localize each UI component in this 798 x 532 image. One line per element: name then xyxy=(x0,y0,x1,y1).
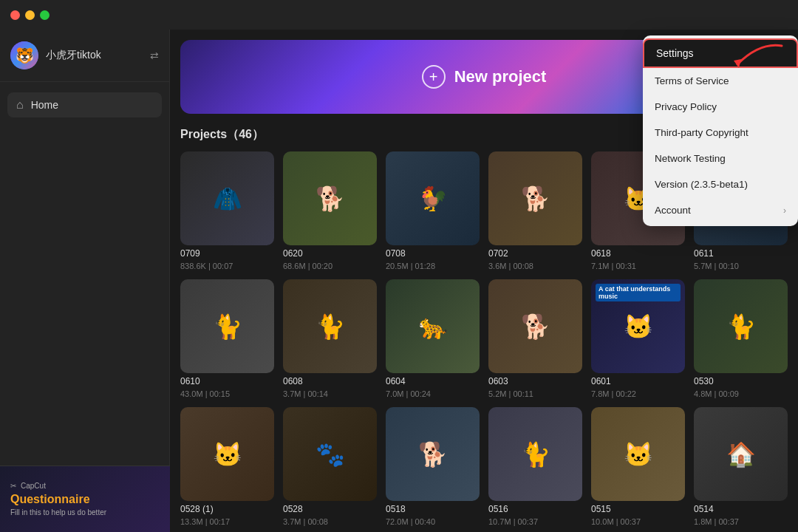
dropdown-item-copyright[interactable]: Third-party Copyright xyxy=(643,120,798,146)
project-name: 0618 xyxy=(591,248,685,259)
project-meta: 838.6K | 00:07 xyxy=(180,262,274,270)
project-meta: 3.6M | 00:08 xyxy=(488,262,582,270)
sidebar-nav: ⌂ Home xyxy=(0,82,169,128)
project-item-0604[interactable]: 🐆 0604 7.0M | 00:24 xyxy=(386,279,480,398)
project-name: 0604 xyxy=(386,376,480,386)
thumbnail-emoji: 🐈 xyxy=(488,407,582,501)
thumbnail-emoji: 🐱 xyxy=(591,407,685,501)
project-meta: 7.0M | 00:24 xyxy=(386,389,480,398)
arrow-indicator xyxy=(730,38,789,78)
project-name: 0518 xyxy=(386,504,480,514)
project-item-0709[interactable]: 🧥 0709 838.6K | 00:07 xyxy=(180,151,274,270)
thumbnail-emoji: 🐕 xyxy=(386,407,480,501)
project-item-0702[interactable]: 🐕 0702 3.6M | 00:08 xyxy=(488,151,582,270)
project-meta: 5.7M | 00:10 xyxy=(694,262,788,270)
project-item-0620[interactable]: 🐕 0620 68.6M | 00:20 xyxy=(283,151,377,270)
dropdown-item-account[interactable]: Account › xyxy=(643,197,798,223)
project-meta: 5.2M | 00:11 xyxy=(488,389,582,398)
avatar-image: 🐯 xyxy=(10,41,38,69)
project-item-0708[interactable]: 🐓 0708 20.5M | 01:28 xyxy=(386,151,480,270)
project-thumbnail: 🐱 xyxy=(180,407,274,501)
project-item-0603[interactable]: 🐕 0603 5.2M | 00:11 xyxy=(488,279,582,398)
project-item-0515[interactable]: 🐱 0515 10.0M | 00:37 xyxy=(591,407,685,526)
project-meta: 72.0M | 00:40 xyxy=(386,517,480,526)
project-meta: 7.8M | 00:22 xyxy=(591,389,685,398)
home-icon: ⌂ xyxy=(16,98,24,112)
project-thumbnail: 🐓 xyxy=(386,151,480,245)
plus-icon: + xyxy=(422,65,446,89)
project-name: 0528 (1) xyxy=(180,504,274,514)
dropdown-item-network[interactable]: Network Testing xyxy=(643,146,798,171)
project-name: 0611 xyxy=(694,248,788,259)
project-thumbnail: 🐆 xyxy=(386,279,480,373)
thumbnail-emoji: 🐕 xyxy=(283,151,377,245)
project-thumbnail: 🐈 xyxy=(488,407,582,501)
project-meta: 43.0M | 00:15 xyxy=(180,389,274,398)
thumbnail-emoji: 🐱 xyxy=(180,407,274,501)
project-meta: 20.5M | 01:28 xyxy=(386,262,480,270)
project-item-0610[interactable]: 🐈 0610 43.0M | 00:15 xyxy=(180,279,274,398)
sidebar-item-home[interactable]: ⌂ Home xyxy=(7,92,162,117)
project-thumbnail: 🐈 xyxy=(283,279,377,373)
questionnaire-card[interactable]: ✂ CapCut Questionnaire Fill in this to h… xyxy=(0,466,170,532)
project-name: 0608 xyxy=(283,376,377,386)
thumbnail-emoji: 🐓 xyxy=(386,151,480,245)
thumbnail-emoji: 🐈 xyxy=(283,279,377,373)
project-meta: 10.0M | 00:37 xyxy=(591,517,685,526)
project-name: 0528 xyxy=(283,504,377,514)
project-thumbnail: 🐈 xyxy=(180,279,274,373)
project-thumbnail: 🐕 xyxy=(283,151,377,245)
switch-account-icon[interactable]: ⇄ xyxy=(150,50,159,61)
avatar: 🐯 xyxy=(10,41,38,69)
brand-name: CapCut xyxy=(21,482,46,490)
project-name: 0603 xyxy=(488,376,582,386)
chevron-right-icon: › xyxy=(783,205,786,216)
project-name: 0515 xyxy=(591,504,685,514)
project-item-0516[interactable]: 🐈 0516 10.7M | 00:37 xyxy=(488,407,582,526)
thumbnail-emoji: 🐕 xyxy=(488,151,582,245)
questionnaire-title: Questionnaire xyxy=(10,493,160,506)
project-name: 0601 xyxy=(591,376,685,386)
project-item-0601[interactable]: 🐱 A cat that understands music 0601 7.8M… xyxy=(591,279,685,398)
project-thumbnail: 🐕 xyxy=(386,407,480,501)
project-meta: 4.8M | 00:09 xyxy=(694,389,788,398)
maximize-button[interactable] xyxy=(40,10,50,20)
project-name: 0516 xyxy=(488,504,582,514)
project-item-0528[interactable]: 🐾 0528 3.7M | 00:08 xyxy=(283,407,377,526)
project-name: 0620 xyxy=(283,248,377,259)
new-project-label: New project xyxy=(454,67,547,86)
username: 小虎牙tiktok xyxy=(46,49,143,62)
project-item-0528-1[interactable]: 🐱 0528 (1) 13.3M | 00:17 xyxy=(180,407,274,526)
traffic-lights xyxy=(10,10,50,20)
svg-marker-0 xyxy=(734,59,741,68)
project-item-0608[interactable]: 🐈 0608 3.7M | 00:14 xyxy=(283,279,377,398)
capcut-logo: ✂ xyxy=(10,482,16,490)
dropdown-settings-label: Settings xyxy=(656,47,694,59)
dropdown-item-privacy[interactable]: Privacy Policy xyxy=(643,94,798,120)
project-meta: 3.7M | 00:08 xyxy=(283,517,377,526)
thumbnail-emoji: 🐆 xyxy=(386,279,480,373)
questionnaire-desc: Fill in this to help us do better xyxy=(10,508,160,516)
thumbnail-emoji: 🏠 xyxy=(694,407,788,501)
close-button[interactable] xyxy=(10,10,20,20)
project-item-0514[interactable]: 🏠 0514 1.8M | 00:37 xyxy=(694,407,788,526)
dropdown-item-version[interactable]: Version (2.3.5-beta1) xyxy=(643,171,798,197)
project-meta: 3.7M | 00:14 xyxy=(283,389,377,398)
project-meta: 7.1M | 00:31 xyxy=(591,262,685,270)
minimize-button[interactable] xyxy=(25,10,35,20)
project-meta: 68.6M | 00:20 xyxy=(283,262,377,270)
project-name: 0610 xyxy=(180,376,274,386)
project-item-0530[interactable]: 🐈 0530 4.8M | 00:09 xyxy=(694,279,788,398)
questionnaire-brand: ✂ CapCut xyxy=(10,482,160,490)
user-profile[interactable]: 🐯 小虎牙tiktok ⇄ xyxy=(0,30,169,82)
project-thumbnail: 🐕 xyxy=(488,279,582,373)
project-name: 0709 xyxy=(180,248,274,259)
thumbnail-emoji: 🐾 xyxy=(283,407,377,501)
project-meta: 1.8M | 00:37 xyxy=(694,517,788,526)
project-item-0518[interactable]: 🐕 0518 72.0M | 00:40 xyxy=(386,407,480,526)
thumbnail-emoji: 🐕 xyxy=(488,279,582,373)
project-name: 0530 xyxy=(694,376,788,386)
arrow-svg xyxy=(730,38,789,75)
project-thumbnail: 🐈 xyxy=(694,279,788,373)
project-thumbnail: 🐕 xyxy=(488,151,582,245)
